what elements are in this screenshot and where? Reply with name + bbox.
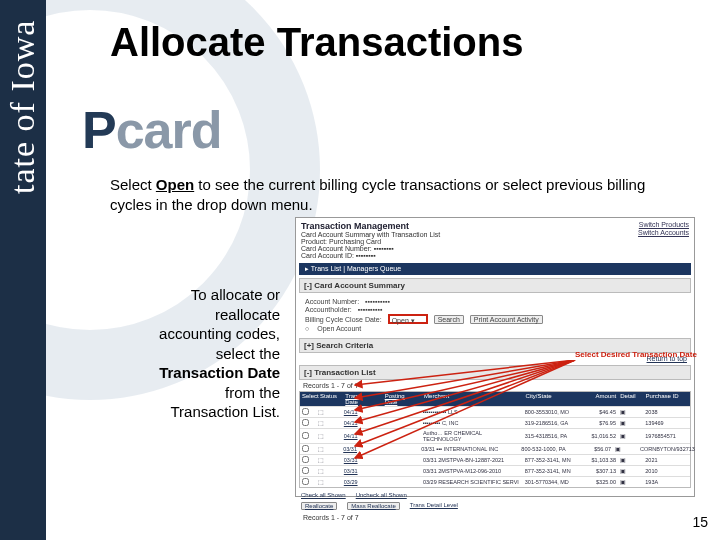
row-trans-date[interactable]: 03/31 [343, 446, 378, 452]
row-status: ⬚ [318, 433, 339, 439]
callout-l6: from the [110, 383, 280, 403]
billing-cycle-dropdown[interactable]: Open ▾ [388, 314, 428, 324]
table-row: ⬚04/11▪▪▪▪▪▪▪▪▪▪▪▪ LLS800-3553010, MO$46… [300, 406, 690, 417]
records-count: Records 1 - 7 of 7 [295, 382, 695, 389]
row-checkbox[interactable] [302, 432, 309, 439]
logo-p: P [82, 101, 116, 159]
table-header: Select Status TransDate PostingDate Merc… [300, 392, 690, 406]
row-purchase-id: 193A [645, 479, 688, 485]
slide-title: Allocate Transactions [110, 20, 523, 65]
row-trans-date[interactable]: 03/31 [344, 468, 380, 474]
ss-header-links: Switch Products Switch Accounts [638, 221, 689, 259]
row-checkbox[interactable] [302, 419, 309, 426]
row-amount: $307.13 [582, 468, 616, 474]
row-purchase-id: 2010 [645, 468, 688, 474]
ss-subtitle: Card Account Summary with Transaction Li… [301, 231, 440, 238]
uncheck-all-link[interactable]: Uncheck all Shown [356, 492, 407, 498]
page-number: 15 [692, 514, 708, 530]
row-amount: $1,016.52 [582, 433, 616, 439]
table-row: ⬚04/11▪▪▪▪▪▪▪▪▪ C, INC319-2186516, GA$76… [300, 417, 690, 428]
ss-title: Transaction Management [301, 221, 440, 231]
account-number-value: ▪▪▪▪▪▪▪▪▪▪ [365, 298, 390, 305]
row-trans-date[interactable]: 03/31 [344, 457, 380, 463]
row-merchant: Autho… ER CHEMICAL TECHNOLOGY [423, 430, 521, 442]
row-citystate: 315-4318516, PA [525, 433, 578, 439]
row-merchant: 03/31 ▪▪▪ INTERNATIONAL INC [421, 446, 517, 452]
row-citystate: 301-5770344, MD [525, 479, 578, 485]
transaction-table: Select Status TransDate PostingDate Merc… [299, 391, 691, 488]
table-row: ⬚03/3103/31 2MSTPVA-BN-12887-2021877-352… [300, 454, 690, 465]
row-trans-date[interactable]: 04/11 [344, 433, 380, 439]
transaction-list-header[interactable]: [-] Transaction List [299, 365, 691, 380]
row-trans-date[interactable]: 04/11 [344, 409, 380, 415]
logo-rest: card [116, 101, 222, 159]
row-citystate: 800-532-1000, PA [521, 446, 573, 452]
row-trans-date[interactable]: 04/11 [344, 420, 380, 426]
row-amount: $56.07 [578, 446, 611, 452]
mass-reallocate-button[interactable]: Mass Reallocate [347, 502, 399, 510]
th-trans-date[interactable]: TransDate [345, 393, 380, 405]
th-amount: Amount [583, 393, 617, 405]
check-all-link[interactable]: Check all Shown [301, 492, 346, 498]
row-trans-date[interactable]: 03/29 [344, 479, 380, 485]
switch-products-link[interactable]: Switch Products [638, 221, 689, 229]
row-detail-icon[interactable]: ▣ [620, 433, 641, 439]
table-footer-actions: Check all Shown Uncheck all Shown [295, 490, 695, 500]
table-footer-actions2: Reallocate Mass Reallocate Trans Detail … [295, 500, 695, 512]
ss-header: Transaction Management Card Account Summ… [295, 217, 695, 261]
row-detail-icon[interactable]: ▣ [615, 446, 636, 452]
th-detail: Detail [620, 393, 641, 405]
th-posting-date: PostingDate [385, 393, 420, 405]
records-count-bottom: Records 1 - 7 of 7 [295, 512, 695, 523]
ss-product-line: Product: Purchasing CardCard Account Num… [301, 238, 440, 259]
row-citystate: 877-352-3141, MN [525, 468, 578, 474]
card-account-fields: Account Number: ▪▪▪▪▪▪▪▪▪▪ Accountholder… [295, 295, 695, 335]
th-status: Status [320, 393, 341, 405]
callout-l1: To allocate or [110, 285, 280, 305]
row-purchase-id: CORNBYTON/932713 [640, 446, 688, 452]
row-checkbox[interactable] [302, 467, 309, 474]
instr-pre: Select [110, 176, 156, 193]
row-merchant: ▪▪▪▪▪▪▪▪▪ C, INC [423, 420, 521, 426]
callout-text: To allocate or reallocate accounting cod… [110, 285, 280, 422]
search-button[interactable]: Search [434, 315, 464, 324]
callout-l2: reallocate [110, 305, 280, 325]
row-detail-icon[interactable]: ▣ [620, 409, 641, 415]
callout-l3: accounting codes, [110, 324, 280, 344]
row-citystate: 319-2186516, GA [525, 420, 578, 426]
row-detail-icon[interactable]: ▣ [620, 479, 641, 485]
th-citystate: City/State [525, 393, 578, 405]
reallocate-button[interactable]: Reallocate [301, 502, 337, 510]
row-checkbox[interactable] [302, 408, 309, 415]
row-detail-icon[interactable]: ▣ [620, 457, 641, 463]
open-account-radio[interactable]: Open Account [305, 325, 685, 332]
row-merchant: 03/31 2MSTPVA-M12-096-2010 [423, 468, 521, 474]
row-detail-icon[interactable]: ▣ [620, 420, 641, 426]
ss-navbar[interactable]: ▸ Trans List | Managers Queue [299, 263, 691, 275]
account-number-label: Account Number: [305, 298, 359, 305]
th-select: Select [302, 393, 316, 405]
billing-cycle-label: Billing Cycle Close Date: [305, 316, 382, 323]
card-account-summary-header[interactable]: [-] Card Account Summary [299, 278, 691, 293]
trans-detail-level: Trans Detail Level [410, 502, 458, 510]
table-row: ⬚03/3103/31 2MSTPVA-M12-096-2010877-352-… [300, 465, 690, 476]
callout-l4: select the [110, 344, 280, 364]
row-status: ⬚ [318, 409, 339, 415]
row-checkbox[interactable] [302, 445, 309, 452]
callout-l7: Transaction List. [110, 402, 280, 422]
row-purchase-id: 2021 [645, 457, 688, 463]
row-merchant: ▪▪▪▪▪▪▪▪▪▪▪▪ LLS [423, 409, 521, 415]
row-purchase-id: 139469 [645, 420, 688, 426]
th-merchant: Merchant [424, 393, 521, 405]
callout-l5: Transaction Date [110, 363, 280, 383]
row-detail-icon[interactable]: ▣ [620, 468, 641, 474]
row-checkbox[interactable] [302, 478, 309, 485]
print-activity-button[interactable]: Print Account Activity [470, 315, 543, 324]
row-checkbox[interactable] [302, 456, 309, 463]
switch-accounts-link[interactable]: Switch Accounts [638, 229, 689, 237]
row-merchant: 03/31 2MSTPVA-BN-12887-2021 [423, 457, 521, 463]
row-amount: $46.45 [582, 409, 616, 415]
row-purchase-id: 2038 [645, 409, 688, 415]
row-amount: $1,103.38 [582, 457, 616, 463]
row-status: ⬚ [318, 479, 339, 485]
